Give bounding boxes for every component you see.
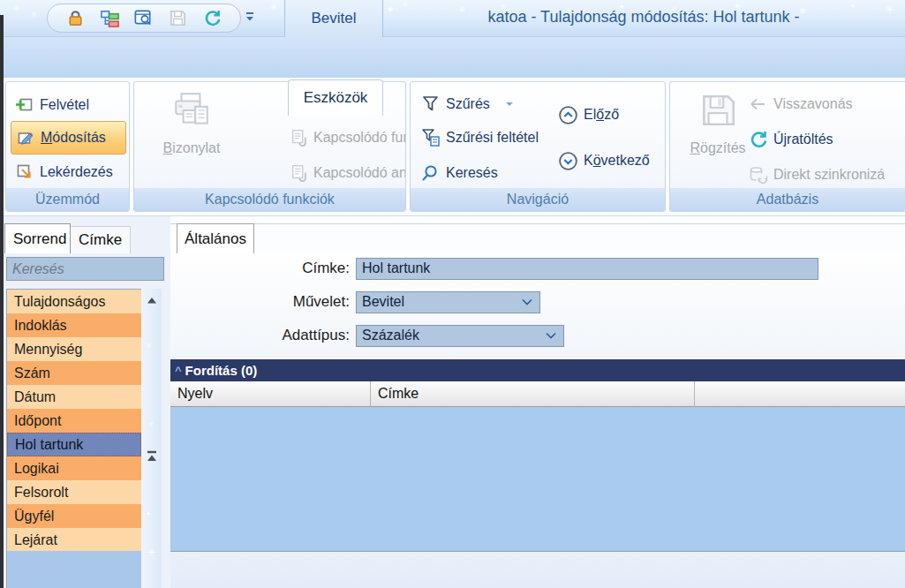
- muvelet-value: Bevitel: [362, 294, 404, 310]
- list-item[interactable]: Mennyiség: [7, 337, 141, 361]
- forditas-section-title: Fordítás (0): [185, 363, 258, 378]
- lock-icon[interactable]: [64, 7, 87, 30]
- list-item[interactable]: Indoklás: [7, 313, 141, 337]
- ujratoltes-button[interactable]: Újratöltés: [748, 128, 833, 151]
- tab-altalanos[interactable]: Általános: [177, 223, 254, 253]
- kapcsolodo-funkcio-label: Kapcsolódó funkció: [313, 130, 406, 146]
- cimke-field-label: Címke:: [170, 260, 356, 277]
- quick-access-toolbar: [47, 4, 241, 33]
- refresh-icon[interactable]: [201, 7, 224, 30]
- muvelet-select[interactable]: Bevitel: [356, 291, 540, 313]
- direkt-szinkronizacio-button[interactable]: Direkt szinkronizá: [748, 163, 885, 186]
- detail-panel: Általános Címke: Művelet: Bevitel Adattí…: [170, 216, 905, 588]
- ribbon-group-navigacio: Szűrés Szűrési feltétel: [410, 81, 666, 212]
- muvelet-field-label: Művelet:: [170, 293, 356, 311]
- ribbon-group-adatbazis: Rögzítés Visszavonás Újratöltés: [669, 81, 905, 212]
- kereses-button[interactable]: Keresés: [420, 162, 498, 185]
- kapcsolodo-funkcio-button[interactable]: Kapcsolódó funkció: [290, 126, 406, 149]
- rogzites-button[interactable]: Rögzítés: [679, 89, 757, 156]
- chevron-down-icon: [522, 298, 532, 305]
- sidebar-tab-sorrend[interactable]: Sorrend: [4, 223, 71, 253]
- bizonylat-label: Bizonylat: [163, 140, 221, 156]
- printer-icon: [170, 89, 213, 132]
- collapse-caret-icon[interactable]: ^: [175, 364, 182, 377]
- column-header-cimke[interactable]: Címke: [371, 381, 695, 407]
- felvetel-button[interactable]: Felvétel: [14, 94, 89, 117]
- adattipus-select[interactable]: Százalék: [356, 325, 564, 347]
- search-icon: [420, 162, 441, 184]
- hierarchy-icon[interactable]: [98, 7, 121, 30]
- kereses-label: Keresés: [446, 165, 498, 181]
- lekerdezes-button[interactable]: Lekérdezés: [14, 161, 113, 184]
- kovetkezo-button[interactable]: Következő: [557, 149, 650, 172]
- group-label-navigacio: Navigáció: [411, 188, 665, 211]
- panel-footer: [170, 552, 905, 588]
- panel-divider: [170, 223, 905, 224]
- chevron-down-icon: [546, 332, 556, 339]
- list-scrollbar[interactable]: ❄ ❄ ✦ ✳: [142, 289, 162, 588]
- list-item[interactable]: Dátum: [7, 385, 141, 409]
- bizonylat-button[interactable]: Bizonylat: [145, 89, 238, 156]
- cimke-input[interactable]: [356, 258, 818, 280]
- szuresi-feltetel-label: Szűrési feltétel: [446, 130, 539, 146]
- kapcsolodo-analitika-button[interactable]: Kapcsolódó analitika: [290, 162, 406, 185]
- list-item[interactable]: Lejárat: [7, 528, 141, 552]
- felvetel-label: Felvétel: [40, 97, 89, 113]
- add-record-icon: [14, 94, 35, 116]
- list-item[interactable]: Szám: [7, 361, 141, 385]
- toolbar-overflow-chevron-icon[interactable]: [244, 11, 256, 28]
- column-header-nyelv[interactable]: Nyelv: [170, 381, 371, 407]
- lekerdezes-label: Lekérdezés: [40, 164, 113, 180]
- database-sync-icon: [748, 164, 769, 185]
- sidebar-search-input[interactable]: [6, 257, 164, 281]
- visszavonas-label: Visszavonás: [773, 96, 853, 112]
- list-item[interactable]: Időpont: [7, 409, 141, 433]
- filter-criteria-icon: [420, 127, 441, 148]
- mode-tab-bevitel[interactable]: Bevitel: [284, 0, 383, 37]
- forditas-section-header[interactable]: ^ Fordítás (0): [170, 359, 905, 381]
- group-label-uzemmod: Üzemmód: [6, 188, 129, 211]
- visszavonas-button[interactable]: Visszavonás: [748, 93, 853, 116]
- adattipus-value: Százalék: [362, 328, 419, 343]
- list-item[interactable]: Felsorolt: [7, 480, 141, 504]
- left-window-edge: [0, 15, 4, 588]
- modositas-button[interactable]: Módosítás: [11, 121, 126, 155]
- application-window: ✳ ❄ ❄ ✦ ✳ ✦ ❄ ❄ ✳ ❄ ✦ ❄ ✳ ❄ ✦ ✳: [0, 0, 905, 588]
- scroll-to-top-icon[interactable]: [146, 449, 158, 467]
- query-arrow-icon: [14, 162, 35, 183]
- document-paperclip-icon: [290, 128, 309, 147]
- szures-button[interactable]: Szűrés: [420, 93, 514, 116]
- list-item-selected[interactable]: Hol tartunk: [7, 433, 141, 456]
- list-item[interactable]: Ügyfél: [7, 504, 141, 528]
- edit-pencil-icon: [15, 127, 36, 148]
- elozo-button[interactable]: Előző: [557, 103, 619, 126]
- document-paperclip-icon: [290, 163, 309, 183]
- filter-funnel-icon: [420, 94, 441, 115]
- ribbon-group-uzemmod: Felvétel Módosítás: [5, 81, 130, 212]
- property-form: Címke: Művelet: Bevitel Adattípus: Száza…: [170, 253, 905, 359]
- modositas-label: Módosítás: [41, 130, 106, 146]
- circle-down-icon: [557, 150, 579, 172]
- floppy-save-icon: [697, 89, 739, 132]
- save-icon[interactable]: [167, 7, 190, 30]
- szuresi-feltetel-button[interactable]: Szűrési feltétel: [420, 126, 539, 149]
- window-search-icon[interactable]: [132, 7, 155, 30]
- list-item[interactable]: Logikai: [7, 456, 141, 480]
- circle-up-icon: [557, 104, 579, 126]
- rogzites-label: Rögzítés: [690, 140, 745, 156]
- window-title: katoa - Tulajdonság módosítás: Hol tartu…: [388, 8, 899, 26]
- sidebar-tab-cimke[interactable]: Címke: [71, 226, 131, 253]
- forditas-table-header: Nyelv Címke: [170, 381, 905, 407]
- list-item[interactable]: Tulajdonságos: [7, 290, 141, 313]
- title-bar: ✳ ❄ ❄ ✦ ✳ ✦ ❄ ❄ ✳ ❄ ✦ ❄ ✳ ❄ ✦ ✳: [0, 0, 905, 37]
- column-header-empty: [695, 381, 905, 407]
- ujratoltes-label: Újratöltés: [773, 132, 833, 147]
- szures-dropdown-icon[interactable]: [505, 102, 514, 108]
- reload-icon: [748, 129, 769, 150]
- scroll-up-icon[interactable]: [146, 293, 158, 309]
- undo-arrow-icon: [748, 94, 769, 115]
- group-label-adatbazis: Adatbázis: [670, 188, 905, 211]
- tab-eszkozok[interactable]: Eszközök: [288, 79, 383, 116]
- sidebar: Sorrend Címke Tulajdonságos Indoklás Men…: [0, 216, 168, 588]
- adattipus-field-label: Adattípus:: [170, 327, 356, 344]
